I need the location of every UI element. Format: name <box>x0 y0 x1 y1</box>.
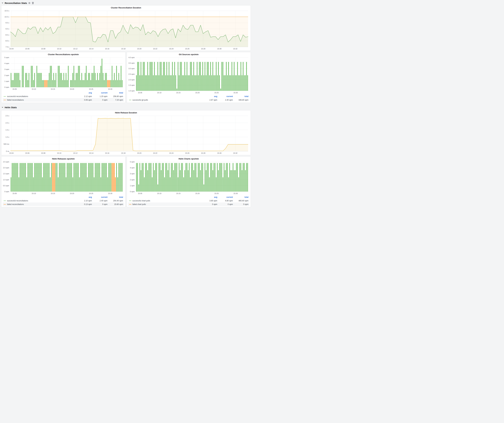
svg-text:1 opm: 1 opm <box>130 185 135 187</box>
legend-column-header[interactable]: current <box>217 196 233 198</box>
svg-text:15:30: 15:30 <box>217 152 222 154</box>
svg-text:15:22: 15:22 <box>153 48 157 50</box>
legend-series-name[interactable]: failed reconciliations <box>7 203 24 206</box>
svg-text:15:05: 15:05 <box>12 88 17 90</box>
legend-series-name[interactable]: successful reconciliations <box>7 200 28 202</box>
svg-text:0 opm: 0 opm <box>4 86 9 88</box>
section-header-reconciliation-stats[interactable]: Reconciliation Stats <box>1 1 251 5</box>
legend-value: 0 opm <box>233 203 248 206</box>
legend-value: 15.60 opm <box>108 203 123 206</box>
legend-column-header[interactable]: total <box>108 196 123 198</box>
section-title[interactable]: Reconciliation Stats <box>5 2 27 4</box>
panel-title[interactable]: Cluster Reconciliations ops/min <box>1 52 125 56</box>
svg-text:15:05: 15:05 <box>12 193 17 194</box>
svg-text:2.0 opm: 2.0 opm <box>128 79 135 81</box>
legend-value: 256.80 opm <box>108 95 123 98</box>
legend-git-sources: avgcurrenttotalsuccessful git pulls2.87 … <box>127 94 251 103</box>
svg-text:9.0 s: 9.0 s <box>6 28 9 30</box>
cluster-reconciliations-ops-chart[interactable]: 5 opm4 opm3 opm2 opm1 opm0 opm15:0515:10… <box>2 56 124 91</box>
svg-text:15:25: 15:25 <box>214 193 219 194</box>
cluster-reconciliation-duration-chart[interactable]: 10.5 s10.0 s9.5 s9.0 s8.5 s8.0 s7.5 s15:… <box>2 10 250 51</box>
svg-text:15:15: 15:15 <box>176 92 180 94</box>
legend-value: 2.40 opm <box>92 200 108 202</box>
legend-column-header[interactable]: avg <box>202 196 217 198</box>
svg-text:3 opm: 3 opm <box>4 68 9 70</box>
legend-column-header[interactable]: total <box>233 95 248 98</box>
legend-value: 2.40 opm <box>217 99 233 101</box>
panel-title[interactable]: Helm Charts ops/min <box>127 157 251 160</box>
legend-header-row: avgcurrenttotal <box>3 91 124 94</box>
series-swatch <box>129 201 131 201</box>
legend-column-header[interactable]: total <box>108 92 123 94</box>
svg-text:15:25: 15:25 <box>214 92 219 94</box>
legend-column-header[interactable]: total <box>233 196 248 198</box>
legend-value: 0 opm <box>202 203 217 206</box>
svg-text:15:28: 15:28 <box>201 48 205 50</box>
legend-header-row: avgcurrenttotal <box>128 195 250 199</box>
legend-value: 2.10 opm <box>76 200 92 202</box>
svg-text:15:24: 15:24 <box>169 152 174 154</box>
legend-value: 7.20 opm <box>108 99 123 101</box>
svg-text:0.5 opm: 0.5 opm <box>3 185 9 187</box>
svg-text:15:16: 15:16 <box>105 48 109 50</box>
legend-series-name[interactable]: successful reconciliations <box>7 95 28 98</box>
legend-column-header[interactable]: current <box>92 92 108 94</box>
panel-title[interactable]: Helm Release Duration <box>1 110 251 114</box>
legend-column-header[interactable]: avg <box>76 196 92 198</box>
chevron-down-icon[interactable] <box>1 106 3 108</box>
svg-text:15:25: 15:25 <box>89 88 93 90</box>
helm-release-duration-chart[interactable]: 2.5 s2.0 s1.5 s1.0 s500 ms0 ns15:0415:06… <box>2 114 250 155</box>
panel-title[interactable]: Cluster Reconciliation Duration <box>1 6 251 9</box>
svg-text:4 opm: 4 opm <box>4 62 9 64</box>
svg-text:15:18: 15:18 <box>121 48 126 50</box>
legend-column-header[interactable]: current <box>92 196 108 198</box>
legend-column-header[interactable]: current <box>217 95 233 98</box>
svg-text:4 opm: 4 opm <box>130 167 135 169</box>
legend-cluster-reconciliations: avgcurrenttotalsuccessful reconciliation… <box>1 91 125 103</box>
legend-series-name[interactable]: failed chart pulls <box>132 203 146 206</box>
panel-git-sources-ops: Git Sources ops/min 4.0 opm3.5 opm3.0 op… <box>127 52 251 103</box>
svg-text:15:10: 15:10 <box>32 88 36 90</box>
svg-text:9.5 s: 9.5 s <box>6 22 9 24</box>
legend-helm-releases: avgcurrenttotalsuccessful reconciliation… <box>1 195 125 207</box>
svg-text:15:06: 15:06 <box>25 48 30 50</box>
chevron-down-icon[interactable] <box>1 2 3 4</box>
svg-text:15:10: 15:10 <box>57 48 61 50</box>
legend-header-row: avgcurrenttotal <box>3 195 124 199</box>
git-sources-ops-chart[interactable]: 4.0 opm3.5 opm3.0 opm2.5 opm2.0 opm1.5 o… <box>127 56 250 94</box>
svg-text:15:22: 15:22 <box>153 152 157 154</box>
helm-releases-ops-chart[interactable]: 2.5 opm2.0 opm1.5 opm1.0 opm0.5 opm0 opm… <box>2 161 124 195</box>
legend-series-name[interactable]: successful chart pulls <box>132 200 150 202</box>
panel-cluster-reconciliations-ops: Cluster Reconciliations ops/min 5 opm4 o… <box>1 52 126 103</box>
legend-series-name[interactable]: successful git pulls <box>132 99 148 101</box>
svg-text:15:04: 15:04 <box>9 48 13 50</box>
svg-text:2.0 opm: 2.0 opm <box>3 167 9 169</box>
svg-text:15:04: 15:04 <box>9 152 13 154</box>
legend-column-header[interactable]: avg <box>202 95 217 98</box>
section-header-helm-stats[interactable]: Helm Stats <box>1 105 251 110</box>
helm-charts-ops-chart[interactable]: 5 opm4 opm3 opm2 opm1 opm0 opm15:0515:10… <box>127 161 250 195</box>
panel-title[interactable]: Helm Releases ops/min <box>1 157 125 160</box>
trash-icon[interactable] <box>32 2 34 4</box>
svg-text:15:32: 15:32 <box>233 152 238 154</box>
legend-value: 346.80 opm <box>233 99 248 101</box>
legend-series-name[interactable]: failed reconciliations <box>7 99 24 101</box>
dashboard: Reconciliation Stats Cluster Reconciliat… <box>0 0 252 208</box>
svg-text:10.5 s: 10.5 s <box>5 10 9 12</box>
legend-helm-charts: avgcurrenttotalsuccessful chart pulls3.8… <box>127 195 251 207</box>
svg-text:15:28: 15:28 <box>201 152 205 154</box>
section-title[interactable]: Helm Stats <box>5 106 17 109</box>
legend-row: failed reconciliations0.13 opm0 opm15.60… <box>3 202 124 206</box>
svg-text:0 ns: 0 ns <box>6 150 9 152</box>
gear-icon[interactable] <box>28 2 30 4</box>
panel-title[interactable]: Git Sources ops/min <box>127 52 251 56</box>
legend-row: successful reconciliations2.10 opm2.40 o… <box>3 199 124 202</box>
legend-column-header[interactable]: avg <box>76 92 92 94</box>
svg-text:0 opm: 0 opm <box>130 191 135 193</box>
svg-text:15:30: 15:30 <box>234 92 238 94</box>
svg-text:500 ms: 500 ms <box>4 143 9 145</box>
svg-text:1.0 s: 1.0 s <box>6 136 9 138</box>
svg-text:5 opm: 5 opm <box>130 161 135 163</box>
legend-value: 0.06 opm <box>76 99 92 101</box>
svg-text:3.5 opm: 3.5 opm <box>128 62 135 64</box>
